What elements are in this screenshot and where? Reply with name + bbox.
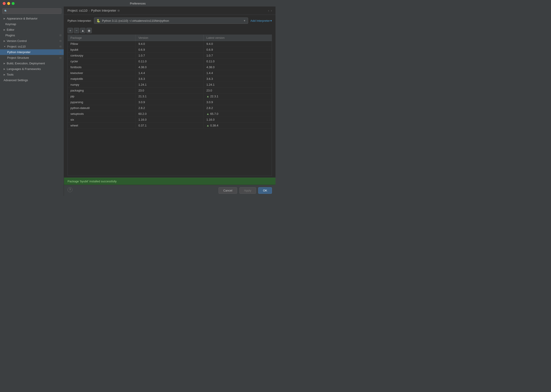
sidebar-item-plugins[interactable]: Plugins ⊟ — [0, 33, 64, 38]
breadcrumb-separator: › — [89, 9, 90, 12]
sidebar-item-python-interpreter[interactable]: Python Interpreter ⊟ — [0, 49, 64, 55]
sidebar-item-label: Version Control — [7, 39, 27, 43]
cell-package: packaging — [68, 88, 136, 93]
status-message: Package 'byubit' installed successfully — [68, 180, 117, 183]
pin-icon: ⊟ — [59, 51, 62, 54]
search-box[interactable]: 🔍 — [2, 8, 62, 14]
sidebar-item-build-execution[interactable]: ▶ Build, Execution, Deployment — [0, 61, 64, 66]
cell-latest-version: 3.6.3 — [204, 76, 272, 82]
maximize-button[interactable] — [12, 2, 14, 5]
show-details-button[interactable]: ◉ — [86, 28, 92, 33]
table-row[interactable]: cycler0.11.00.11.0 — [68, 58, 272, 64]
packages-table[interactable]: Package Version Latest version Pillow9.4… — [68, 35, 272, 176]
cell-package: kiwisolver — [68, 70, 136, 76]
breadcrumb-settings-icon[interactable]: ⊟ — [118, 9, 120, 12]
cell-version: 1.24.1 — [136, 82, 204, 87]
cell-latest-version: 2.8.2 — [204, 105, 272, 111]
close-button[interactable] — [3, 2, 6, 5]
table-row[interactable]: python-dateutil2.8.22.8.2 — [68, 105, 272, 111]
sidebar-item-advanced-settings[interactable]: Advanced Settings — [0, 77, 64, 83]
apply-button[interactable]: Apply — [239, 187, 256, 194]
add-interpreter-chevron-icon: ▾ — [270, 19, 272, 22]
interpreter-dropdown[interactable]: 🐍 Python 3.11 (cs110) ~/.virtualenvs/cs1… — [94, 17, 248, 24]
breadcrumb-bar: Project: cs110 › Python Interpreter ⊟ ‹ … — [64, 7, 276, 15]
chevron-icon: ▶ — [4, 28, 5, 31]
table-row[interactable]: Pillow9.4.09.4.0 — [68, 41, 272, 47]
sidebar-item-version-control[interactable]: ▶ Version Control ⊟ — [0, 38, 64, 44]
table-row[interactable]: byubit0.6.90.6.9 — [68, 47, 272, 53]
table-row[interactable]: kiwisolver1.4.41.4.4 — [68, 70, 272, 76]
sidebar-item-label: Build, Execution, Deployment — [7, 62, 45, 65]
sidebar-item-editor[interactable]: ▶ Editor — [0, 27, 64, 33]
cancel-button[interactable]: Cancel — [219, 187, 237, 194]
header-latest-version: Latest version — [204, 35, 272, 41]
breadcrumb-current: Python Interpreter — [91, 9, 116, 12]
table-row[interactable]: setuptools60.2.0▲65.7.0 — [68, 111, 272, 117]
cell-version: 3.6.3 — [136, 76, 204, 82]
cell-package: contourpy — [68, 53, 136, 58]
cell-package: python-dateutil — [68, 105, 136, 111]
table-row[interactable]: matplotlib3.6.33.6.3 — [68, 76, 272, 82]
breadcrumb-project[interactable]: Project: cs110 — [68, 9, 87, 12]
search-icon: 🔍 — [4, 10, 7, 13]
cell-version: 1.4.4 — [136, 70, 204, 76]
sidebar-item-appearance-behavior[interactable]: ▶ Appearance & Behavior — [0, 16, 64, 21]
add-interpreter-label: Add Interpreter — [250, 19, 270, 22]
header-package: Package — [68, 35, 136, 41]
cell-package: byubit — [68, 47, 136, 52]
cell-version: 9.4.0 — [136, 41, 204, 47]
cell-latest-version: 1.4.4 — [204, 70, 272, 76]
right-panel: Project: cs110 › Python Interpreter ⊟ ‹ … — [64, 7, 276, 196]
cell-package: numpy — [68, 82, 136, 87]
minus-icon: − — [76, 29, 78, 32]
minimize-button[interactable] — [7, 2, 10, 5]
table-row[interactable]: fonttools4.38.04.38.0 — [68, 64, 272, 70]
cell-latest-version: 3.0.9 — [204, 99, 272, 105]
table-row[interactable]: numpy1.24.11.24.1 — [68, 82, 272, 88]
title-bar: Preferences — [0, 0, 276, 7]
cell-latest-version: 0.6.9 — [204, 47, 272, 52]
interpreter-name: Python 3.11 (cs110) ~/.virtualenvs/cs110… — [102, 19, 242, 22]
sidebar-item-project-structure[interactable]: Project Structure ⊟ — [0, 55, 64, 61]
interpreter-label: Python Interpreter: — [68, 19, 92, 22]
pin-icon: ⊟ — [59, 34, 62, 37]
table-row[interactable]: packaging23.023.0 — [68, 88, 272, 93]
add-package-button[interactable]: + — [68, 28, 73, 33]
cell-version: 1.16.0 — [136, 117, 204, 122]
cell-latest-version: 0.11.0 — [204, 58, 272, 64]
table-row[interactable]: contourpy1.0.71.0.7 — [68, 53, 272, 58]
sidebar-item-keymap[interactable]: Keymap — [0, 21, 64, 27]
sidebar-item-label: Editor — [7, 28, 14, 31]
cell-version: 60.2.0 — [136, 111, 204, 117]
table-row[interactable]: pyparsing3.0.93.0.9 — [68, 99, 272, 105]
cell-version: 2.8.2 — [136, 105, 204, 111]
cell-version: 21.3.1 — [136, 93, 204, 99]
sidebar-item-label: Project: cs110 — [7, 45, 26, 48]
remove-package-button[interactable]: − — [74, 28, 79, 33]
pin-icon: ⊟ — [59, 40, 62, 42]
sidebar-item-label: Keymap — [5, 22, 16, 26]
table-row[interactable]: wheel0.37.1▲0.38.4 — [68, 123, 272, 128]
sidebar-item-tools[interactable]: ▶ Tools — [0, 72, 64, 77]
cell-latest-version: ▲65.7.0 — [204, 111, 272, 117]
help-button[interactable]: ? — [68, 187, 72, 192]
header-version: Version — [136, 35, 204, 41]
sidebar-item-languages-frameworks[interactable]: ▶ Languages & Frameworks — [0, 66, 64, 72]
cell-package: Pillow — [68, 41, 136, 47]
table-row[interactable]: pip21.3.1▲22.3.1 — [68, 93, 272, 99]
add-interpreter-button[interactable]: Add Interpreter ▾ — [250, 19, 272, 22]
sidebar-item-project-cs110[interactable]: ▼ Project: cs110 ⊟ — [0, 44, 64, 49]
nav-forward-arrow[interactable]: › — [271, 9, 272, 12]
sidebar-item-label: Plugins — [5, 34, 15, 37]
cell-latest-version: 23.0 — [204, 88, 272, 93]
search-input[interactable] — [9, 9, 59, 13]
up-arrow-icon: ▲ — [81, 29, 84, 32]
cell-version: 0.11.0 — [136, 58, 204, 64]
window-controls — [3, 2, 14, 5]
table-header: Package Version Latest version — [68, 35, 272, 41]
ok-button[interactable]: OK — [258, 187, 272, 194]
nav-back-arrow[interactable]: ‹ — [268, 9, 269, 12]
cell-package: fonttools — [68, 64, 136, 70]
upgrade-package-button[interactable]: ▲ — [80, 28, 85, 33]
table-row[interactable]: six1.16.01.16.0 — [68, 117, 272, 123]
